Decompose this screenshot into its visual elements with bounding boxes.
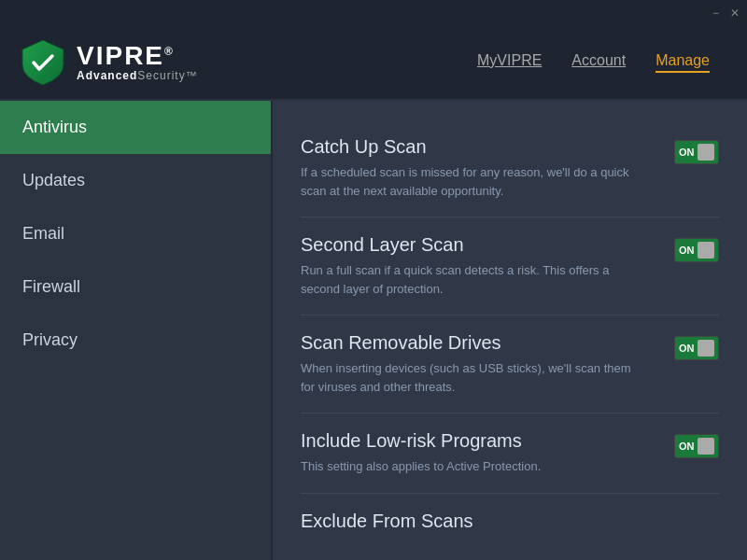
sidebar-item-email[interactable]: Email	[0, 207, 271, 260]
setting-scan-removable-drives: Scan Removable Drives When inserting dev…	[301, 315, 719, 413]
nav-manage[interactable]: Manage	[655, 52, 710, 73]
toggle-knob	[698, 438, 714, 455]
toggle-knob	[698, 242, 714, 259]
logo-text: VIPRE® AdvancedSecurity™	[77, 43, 198, 82]
toggle-knob	[698, 340, 714, 357]
toggle-switch[interactable]: ON	[674, 140, 719, 164]
sidebar-item-antivirus[interactable]: Antivirus	[0, 101, 271, 154]
nav-myvipre[interactable]: MyVIPRE	[477, 52, 542, 73]
logo-shield-icon	[19, 38, 67, 87]
toggle-on-label: ON	[679, 343, 695, 354]
toggle-on-label: ON	[679, 245, 695, 256]
setting-text: Catch Up Scan If a scheduled scan is mis…	[301, 136, 674, 200]
titlebar: − ✕	[0, 0, 747, 26]
setting-text: Include Low-risk Programs This setting a…	[301, 430, 674, 476]
toggle-knob	[698, 144, 714, 161]
setting-title: Include Low-risk Programs	[301, 430, 655, 452]
include-low-risk-toggle[interactable]: ON	[674, 434, 719, 458]
toggle-switch[interactable]: ON	[674, 238, 719, 262]
setting-text: Scan Removable Drives When inserting dev…	[301, 332, 674, 396]
nav-account[interactable]: Account	[571, 52, 626, 73]
sidebar: Antivirus Updates Email Firewall Privacy	[0, 101, 271, 560]
toggle-on-label: ON	[679, 441, 695, 452]
toggle-switch[interactable]: ON	[674, 336, 719, 360]
setting-description: This setting also applies to Active Prot…	[301, 457, 637, 476]
main-layout: Antivirus Updates Email Firewall Privacy…	[0, 101, 747, 560]
close-button[interactable]: ✕	[730, 7, 740, 20]
content-area: Catch Up Scan If a scheduled scan is mis…	[273, 101, 747, 560]
setting-description: When inserting devices (such as USB stic…	[301, 359, 637, 396]
sidebar-item-updates[interactable]: Updates	[0, 154, 271, 207]
logo-vipre-text: VIPRE®	[77, 43, 198, 69]
setting-title: Catch Up Scan	[301, 136, 655, 158]
toggle-switch[interactable]: ON	[674, 434, 719, 458]
header: VIPRE® AdvancedSecurity™ MyVIPRE Account…	[0, 26, 747, 101]
main-nav: MyVIPRE Account Manage	[477, 52, 728, 73]
toggle-on-label: ON	[679, 147, 695, 158]
setting-second-layer-scan: Second Layer Scan Run a full scan if a q…	[301, 217, 719, 315]
setting-catch-up-scan: Catch Up Scan If a scheduled scan is mis…	[301, 119, 719, 217]
setting-title: Scan Removable Drives	[301, 332, 655, 354]
setting-include-low-risk: Include Low-risk Programs This setting a…	[301, 413, 719, 494]
logo-subtitle: AdvancedSecurity™	[77, 69, 198, 82]
setting-description: Run a full scan if a quick scan detects …	[301, 261, 637, 298]
minimize-button[interactable]: −	[712, 7, 719, 20]
setting-text: Second Layer Scan Run a full scan if a q…	[301, 234, 674, 298]
scan-removable-drives-toggle[interactable]: ON	[674, 336, 719, 360]
setting-text: Exclude From Scans	[301, 511, 719, 538]
catch-up-scan-toggle[interactable]: ON	[674, 140, 719, 164]
setting-description: If a scheduled scan is missed for any re…	[301, 163, 637, 200]
second-layer-scan-toggle[interactable]: ON	[674, 238, 719, 262]
logo-area: VIPRE® AdvancedSecurity™	[19, 38, 280, 87]
setting-exclude-from-scans: Exclude From Scans	[301, 494, 719, 554]
setting-title: Second Layer Scan	[301, 234, 655, 256]
sidebar-item-privacy[interactable]: Privacy	[0, 314, 271, 367]
setting-title: Exclude From Scans	[301, 511, 700, 532]
sidebar-item-firewall[interactable]: Firewall	[0, 260, 271, 314]
